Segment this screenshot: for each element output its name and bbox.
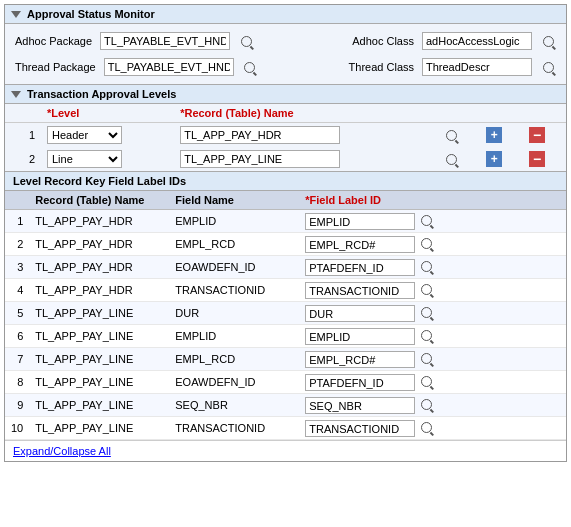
record-search-button[interactable] <box>443 151 459 167</box>
remove-row-button[interactable]: − <box>529 151 545 167</box>
label-input[interactable] <box>305 213 415 230</box>
adhoc-class-search-button[interactable] <box>540 33 556 49</box>
label-search-button[interactable] <box>418 373 434 389</box>
lrk-row-num: 4 <box>5 279 29 302</box>
level-record-key-table: Record (Table) Name Field Name *Field La… <box>5 191 566 440</box>
label-input[interactable] <box>305 328 415 345</box>
tal-row-level[interactable]: Line Line <box>41 147 174 171</box>
tal-row-level[interactable]: Header Line <box>41 123 174 148</box>
tal-row-num: 1 <box>5 123 41 148</box>
expand-collapse-link[interactable]: Expand/Collapse All <box>13 445 111 457</box>
lrk-row: 6 TL_APP_PAY_LINE EMPLID <box>5 325 566 348</box>
record-input[interactable] <box>180 150 340 168</box>
tal-plus-cell[interactable]: + <box>480 123 523 148</box>
tal-col-record: *Record (Table) Name <box>174 104 523 123</box>
lrk-col-label: *Field Label ID <box>299 191 566 210</box>
search-icon <box>421 353 432 364</box>
search-icon <box>421 330 432 341</box>
label-search-button[interactable] <box>418 350 434 366</box>
label-input[interactable] <box>305 259 415 276</box>
thread-class-search-button[interactable] <box>540 59 556 75</box>
lrk-row-field: EMPL_RCD <box>169 348 299 371</box>
level-select[interactable]: Header Line <box>47 126 122 144</box>
lrk-row-field: EMPLID <box>169 325 299 348</box>
tal-plus-cell[interactable]: + <box>480 147 523 171</box>
label-input[interactable] <box>305 374 415 391</box>
tal-header-row: *Level *Record (Table) Name <box>5 104 566 123</box>
lrk-row-num: 8 <box>5 371 29 394</box>
search-icon <box>421 284 432 295</box>
label-search-button[interactable] <box>418 304 434 320</box>
lrk-row-label <box>299 394 566 417</box>
collapse-triangle-icon2[interactable] <box>11 91 21 98</box>
lrk-col-field: Field Name <box>169 191 299 210</box>
lrk-row-record: TL_APP_PAY_LINE <box>29 371 169 394</box>
label-input[interactable] <box>305 351 415 368</box>
approval-status-title: Approval Status Monitor <box>27 8 155 20</box>
transaction-approval-section: Transaction Approval Levels *Level *Reco… <box>5 84 566 171</box>
search-icon <box>446 154 457 165</box>
tal-minus-cell[interactable]: − <box>523 147 566 171</box>
tal-search-cell[interactable] <box>437 123 480 148</box>
lrk-row-record: TL_APP_PAY_LINE <box>29 417 169 440</box>
tal-row: 1 Header Line + − <box>5 123 566 148</box>
transaction-approval-header: Transaction Approval Levels <box>5 85 566 104</box>
thread-class-input[interactable] <box>422 58 532 76</box>
tal-row-record <box>174 123 437 148</box>
tal-row: 2 Line Line + − <box>5 147 566 171</box>
lrk-row: 2 TL_APP_PAY_HDR EMPL_RCD <box>5 233 566 256</box>
lrk-row-label <box>299 210 566 233</box>
lrk-row-field: SEQ_NBR <box>169 394 299 417</box>
lrk-row-label <box>299 371 566 394</box>
label-input[interactable] <box>305 397 415 414</box>
thread-package-label: Thread Package <box>15 61 96 73</box>
label-input[interactable] <box>305 420 415 437</box>
tal-search-cell[interactable] <box>437 147 480 171</box>
lrk-row: 9 TL_APP_PAY_LINE SEQ_NBR <box>5 394 566 417</box>
level-select[interactable]: Line Line <box>47 150 122 168</box>
lrk-row-num: 7 <box>5 348 29 371</box>
label-search-button[interactable] <box>418 419 434 435</box>
approval-status-header: Approval Status Monitor <box>5 5 566 24</box>
adhoc-package-input[interactable] <box>100 32 230 50</box>
adhoc-package-search-button[interactable] <box>238 33 254 49</box>
label-search-button[interactable] <box>418 258 434 274</box>
label-input[interactable] <box>305 282 415 299</box>
search-icon <box>421 215 432 226</box>
record-search-button[interactable] <box>443 127 459 143</box>
search-icon <box>421 399 432 410</box>
record-input[interactable] <box>180 126 340 144</box>
lrk-row-field: TRANSACTIONID <box>169 279 299 302</box>
collapse-triangle-icon[interactable] <box>11 11 21 18</box>
label-search-button[interactable] <box>418 235 434 251</box>
lrk-row: 3 TL_APP_PAY_HDR EOAWDEFN_ID <box>5 256 566 279</box>
label-search-button[interactable] <box>418 212 434 228</box>
search-icon <box>421 307 432 318</box>
lrk-row-num: 5 <box>5 302 29 325</box>
level-record-key-section: Level Record Key Field Label IDs Record … <box>5 171 566 440</box>
lrk-row-label <box>299 417 566 440</box>
level-record-key-header: Level Record Key Field Label IDs <box>5 172 566 191</box>
lrk-row-field: EOAWDEFN_ID <box>169 371 299 394</box>
search-icon <box>421 376 432 387</box>
lrk-row-num: 1 <box>5 210 29 233</box>
adhoc-class-label: Adhoc Class <box>352 35 414 47</box>
tal-minus-cell[interactable]: − <box>523 123 566 148</box>
lrk-row-label <box>299 256 566 279</box>
tal-col-level: *Level <box>41 104 174 123</box>
search-icon <box>446 130 457 141</box>
adhoc-class-input[interactable] <box>422 32 532 50</box>
label-input[interactable] <box>305 305 415 322</box>
label-input[interactable] <box>305 236 415 253</box>
search-icon <box>543 62 554 73</box>
label-search-button[interactable] <box>418 281 434 297</box>
label-search-button[interactable] <box>418 327 434 343</box>
thread-package-search-button[interactable] <box>242 59 258 75</box>
label-search-button[interactable] <box>418 396 434 412</box>
adhoc-row: Adhoc Package Adhoc Class <box>5 28 566 54</box>
add-row-button[interactable]: + <box>486 151 502 167</box>
add-row-button[interactable]: + <box>486 127 502 143</box>
remove-row-button[interactable]: − <box>529 127 545 143</box>
thread-class-label: Thread Class <box>349 61 414 73</box>
thread-package-input[interactable] <box>104 58 234 76</box>
